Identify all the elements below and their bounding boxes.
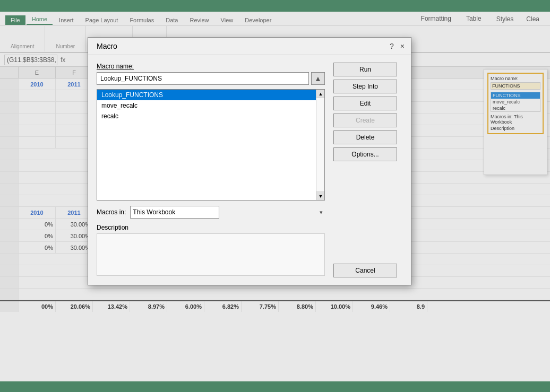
modal-titlebar: Macro ? × xyxy=(88,38,411,55)
macro-dialog: Macro ? × Macro name: ▲ Lookup_FUNCTIONS… xyxy=(88,37,411,285)
macros-in-row: Macros in: All Open Workbooks This Workb… xyxy=(97,206,325,219)
modal-right-panel: Run Step Into Edit Create Delete Options… xyxy=(333,63,402,277)
macro-list-scrollbar[interactable]: ▲ ▼ xyxy=(316,90,324,200)
modal-title: Macro xyxy=(97,42,117,50)
scroll-up-arrow[interactable]: ▲ xyxy=(316,90,325,98)
create-button[interactable]: Create xyxy=(333,114,397,127)
edit-button[interactable]: Edit xyxy=(333,97,397,110)
cancel-button[interactable]: Cancel xyxy=(333,264,397,277)
description-label: Description xyxy=(97,224,325,231)
macros-in-label: Macros in: xyxy=(97,208,126,216)
macros-in-select-wrapper[interactable]: All Open Workbooks This Workbook Persona… xyxy=(130,206,325,219)
modal-body: Macro name: ▲ Lookup_FUNCTIONS move_reca… xyxy=(88,55,411,285)
modal-left-panel: Macro name: ▲ Lookup_FUNCTIONS move_reca… xyxy=(97,63,325,277)
macro-list-item-1[interactable]: move_recalc xyxy=(97,100,316,111)
macros-in-select[interactable]: All Open Workbooks This Workbook Persona… xyxy=(130,206,219,219)
macro-name-label: Macro name: xyxy=(97,63,325,70)
step-into-button[interactable]: Step Into xyxy=(333,80,397,93)
macro-list-item-0[interactable]: Lookup_FUNCTIONS xyxy=(97,90,316,100)
run-button[interactable]: Run xyxy=(333,63,397,76)
description-textarea[interactable] xyxy=(97,233,325,276)
options-button[interactable]: Options... xyxy=(333,147,397,161)
macro-name-action-button[interactable]: ▲ xyxy=(311,72,325,85)
macro-list[interactable]: Lookup_FUNCTIONS move_recalc recalc ▲ ▼ xyxy=(97,89,325,201)
macro-name-row: ▲ xyxy=(97,72,325,85)
macro-list-item-2[interactable]: recalc xyxy=(97,111,316,121)
scroll-track[interactable] xyxy=(316,98,324,191)
macro-name-input[interactable] xyxy=(97,72,309,85)
modal-help-button[interactable]: ? xyxy=(390,42,394,50)
delete-button[interactable]: Delete xyxy=(333,130,397,144)
scroll-down-arrow[interactable]: ▼ xyxy=(316,191,325,200)
modal-close-button[interactable]: × xyxy=(400,42,405,50)
